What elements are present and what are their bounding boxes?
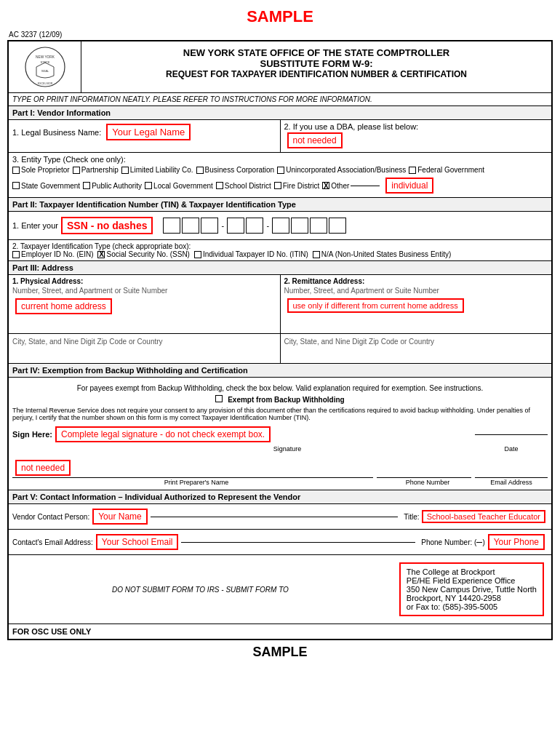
email-value: Your School Email bbox=[96, 534, 179, 550]
email-address-field bbox=[475, 477, 548, 478]
instructions-text: TYPE OR PRINT INFORMATION NEATLY. PLEASE… bbox=[12, 95, 372, 103]
email-label: Contact's Email Address: bbox=[12, 538, 93, 546]
part4-exempt-checkbox-row: Exempt from Backup Withholding bbox=[12, 395, 548, 404]
tin-boxes-container: - - bbox=[163, 218, 346, 234]
instructions-row: TYPE OR PRINT INFORMATION NEATLY. PLEASE… bbox=[9, 93, 551, 106]
part2-header: Part II: Taxpayer Identification Number … bbox=[9, 198, 551, 212]
vendor-contact-value: Your Name bbox=[92, 509, 148, 525]
ein-checkbox[interactable] bbox=[12, 251, 20, 258]
preparer-section: not needed Print Preparer's Name Phone N… bbox=[12, 458, 548, 486]
submit-address-container: The College at Brockport PE/HE Field Exp… bbox=[392, 555, 551, 624]
id-ein: Employer ID No. (EIN) bbox=[12, 250, 93, 258]
ny-seal-container: NEW YORK STATE SEAL EXCELSIOR bbox=[9, 41, 81, 92]
tin-box-8[interactable] bbox=[310, 218, 327, 234]
physical-street-label: Number, Street, and Apartment or Suite N… bbox=[12, 287, 276, 295]
form-container: NEW YORK STATE SEAL EXCELSIOR NEW YORK S… bbox=[7, 40, 553, 640]
header-line2: SUBSTITUTE FORM W-9: bbox=[87, 58, 545, 69]
physical-city-col: City, State, and Nine Digit Zip Code or … bbox=[9, 334, 281, 363]
sole-proprietor-checkbox[interactable] bbox=[12, 167, 20, 174]
contact-row2: Contact's Email Address: Your School Ema… bbox=[9, 530, 551, 554]
title-label: Title: bbox=[404, 513, 419, 521]
vendor-contact-label: Vendor Contact Person: bbox=[12, 513, 89, 521]
entity-unincorporated: Unincorporated Association/Business bbox=[277, 166, 406, 174]
dba-label: 2. If you use a DBA, please list below: bbox=[284, 122, 419, 131]
tin-box-4[interactable] bbox=[227, 218, 244, 234]
tin-box-1[interactable] bbox=[163, 218, 180, 234]
local-gov-checkbox[interactable] bbox=[145, 182, 152, 189]
osc-use-only: FOR OSC USE ONLY bbox=[9, 624, 551, 639]
school-dist-checkbox[interactable] bbox=[216, 182, 223, 189]
dba-col: 2. If you use a DBA, please list below: … bbox=[281, 120, 552, 152]
id-ssn: X Social Security No. (SSN) bbox=[97, 250, 189, 258]
state-gov-checkbox[interactable] bbox=[12, 182, 20, 189]
itin-checkbox[interactable] bbox=[194, 251, 201, 258]
entity-partnership: Partnership bbox=[73, 166, 119, 174]
entity-federal: Federal Government bbox=[409, 166, 484, 174]
entity-types-row2: State Government Public Authority Local … bbox=[12, 176, 548, 195]
physical-address-col: 1. Physical Address: Number, Street, and… bbox=[9, 275, 281, 333]
fire-dist-checkbox[interactable] bbox=[274, 182, 281, 189]
submit-address: The College at Brockport PE/HE Field Exp… bbox=[399, 562, 544, 616]
id-itin: Individual Taxpayer ID No. (ITIN) bbox=[194, 250, 308, 258]
address-line5: or Fax to: (585)-395-5005 bbox=[407, 602, 537, 611]
form-title: NEW YORK STATE OFFICE OF THE STATE COMPT… bbox=[81, 41, 551, 92]
exempt-checkbox[interactable] bbox=[215, 395, 223, 402]
preparer-row: not needed bbox=[12, 458, 548, 478]
preparer-name-field: not needed bbox=[12, 458, 373, 478]
physical-city-label: City, State, and Nine Digit Zip Code or … bbox=[12, 338, 276, 346]
address-line4: Brockport, NY 14420-2958 bbox=[407, 594, 537, 602]
remittance-street-label: Number, Street, and Apartment or Suite N… bbox=[284, 287, 548, 295]
tin-box-9[interactable] bbox=[329, 218, 346, 234]
phone-label: Phone Number bbox=[380, 479, 475, 486]
llc-checkbox[interactable] bbox=[121, 167, 129, 174]
remittance-address-fields: use only if different from current home … bbox=[284, 295, 548, 331]
email-label: Email Address bbox=[475, 479, 548, 486]
tin-enter-label: 1. Enter your bbox=[12, 221, 58, 230]
phone-number-field bbox=[377, 477, 471, 478]
part1-name-row: 1. Legal Business Name: Your Legal Name … bbox=[9, 120, 551, 153]
unincorporated-checkbox[interactable] bbox=[277, 167, 284, 174]
tin-box-3[interactable] bbox=[201, 218, 218, 234]
submit-row: DO NOT SUBMIT FORM TO IRS - SUBMIT FORM … bbox=[9, 555, 551, 624]
header-line3: REQUEST FOR TAXPAYER IDENTIFICATION NUMB… bbox=[87, 69, 545, 79]
tin-box-5[interactable] bbox=[246, 218, 263, 234]
legal-name-label: 1. Legal Business Name: bbox=[12, 128, 101, 137]
physical-label: 1. Physical Address: bbox=[12, 277, 276, 285]
part5-header: Part V: Contact Information – Individual… bbox=[9, 490, 551, 504]
entity-llc: Limited Liability Co. bbox=[121, 166, 193, 174]
partnership-checkbox[interactable] bbox=[73, 167, 80, 174]
submit-label: DO NOT SUBMIT FORM TO IRS - SUBMIT FORM … bbox=[9, 555, 392, 624]
date-field[interactable] bbox=[475, 434, 548, 435]
dba-value: not needed bbox=[287, 132, 343, 148]
form-header: NEW YORK STATE SEAL EXCELSIOR NEW YORK S… bbox=[9, 41, 551, 93]
public-auth-checkbox[interactable] bbox=[83, 182, 90, 189]
remittance-address-value: use only if different from current home … bbox=[287, 298, 464, 313]
federal-checkbox[interactable] bbox=[409, 167, 416, 174]
entity-state-gov: State Government bbox=[12, 182, 80, 190]
na-checkbox[interactable] bbox=[313, 251, 320, 258]
individual-value: individual bbox=[385, 178, 433, 194]
part4-header: Part IV: Exemption from Backup Withholdi… bbox=[9, 364, 551, 378]
remittance-city-label: City, State, and Nine Digit Zip Code or … bbox=[284, 338, 548, 346]
sign-labels-row: Signature Date bbox=[12, 445, 548, 453]
physical-address-fields: current home address bbox=[12, 295, 276, 331]
svg-text:NEW YORK: NEW YORK bbox=[35, 55, 55, 59]
tin-box-7[interactable] bbox=[291, 218, 308, 234]
sign-here-value: Complete legal signature - do not check … bbox=[55, 426, 271, 442]
vendor-contact-line bbox=[151, 517, 399, 517]
phone-value: Your Phone bbox=[488, 534, 545, 550]
svg-text:EXCELSIOR: EXCELSIOR bbox=[37, 82, 52, 85]
business-corp-checkbox[interactable] bbox=[196, 167, 204, 174]
entity-business-corp: Business Corporation bbox=[196, 166, 275, 174]
remittance-address-col: 2. Remittance Address: Number, Street, a… bbox=[281, 275, 552, 333]
tin-box-2[interactable] bbox=[182, 218, 199, 234]
tin-box-6[interactable] bbox=[272, 218, 289, 234]
other-checkbox-x[interactable]: X bbox=[322, 182, 329, 189]
signature-label: Signature bbox=[100, 445, 475, 453]
id-type-items: Employer ID No. (EIN) X Social Security … bbox=[12, 250, 548, 258]
svg-point-0 bbox=[25, 47, 65, 87]
sample-watermark-bottom: SAMPLE bbox=[7, 645, 553, 660]
city-state-row: City, State, and Nine Digit Zip Code or … bbox=[9, 334, 551, 364]
ny-state-seal-icon: NEW YORK STATE SEAL EXCELSIOR bbox=[23, 45, 67, 89]
ssn-checkbox-x[interactable]: X bbox=[97, 251, 105, 258]
